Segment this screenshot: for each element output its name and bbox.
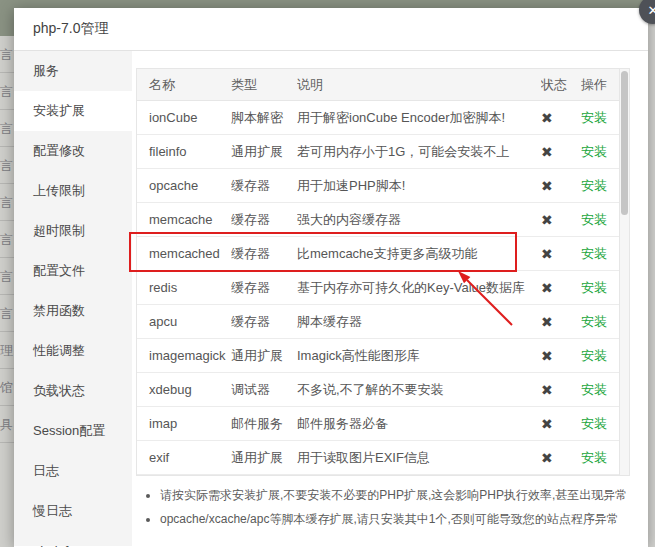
extension-description: Imagick高性能图形库 — [297, 347, 541, 365]
table-row-redis: redis 缓存器 基于内存亦可持久化的Key-Value数据库 ✖ 安装 — [137, 271, 629, 305]
extension-description: 强大的内容缓存器 — [297, 211, 541, 229]
sidebar-item-config-modify[interactable]: 配置修改 — [14, 131, 132, 171]
extension-name: imap — [137, 416, 231, 431]
column-header-status: 状态 — [541, 76, 581, 94]
column-header-type: 类型 — [231, 76, 297, 94]
extension-description: 用于解密ionCube Encoder加密脚本! — [297, 109, 541, 127]
extension-type: 缓存器 — [231, 245, 297, 263]
background-page-menu-strip: 言 言 言 言 言 言 言 言 理 馆 具 — [0, 36, 14, 547]
extension-type: 调试器 — [231, 381, 297, 399]
background-menu-fragment: 言 — [0, 73, 14, 110]
background-menu-fragment: 言 — [0, 258, 14, 295]
extension-name: ionCube — [137, 110, 231, 125]
background-menu-fragment: 理 — [0, 332, 14, 369]
table-row-imap: imap 邮件服务 邮件服务器必备 ✖ 安装 — [137, 407, 629, 441]
sidebar-item-load-status[interactable]: 负载状态 — [14, 371, 132, 411]
background-menu-fragment: 言 — [0, 147, 14, 184]
table-scrollbar[interactable] — [619, 69, 629, 475]
install-button[interactable]: 安装 — [581, 280, 607, 295]
install-button[interactable]: 安装 — [581, 382, 607, 397]
table-row-exif: exif 通用扩展 用于读取图片EXIF信息 ✖ 安装 — [137, 441, 629, 475]
extension-name: imagemagick — [137, 348, 231, 363]
table-row-memcached: memcached 缓存器 比memcache支持更多高级功能 ✖ 安装 — [137, 237, 629, 271]
sidebar-item-timeout-limit[interactable]: 超时限制 — [14, 211, 132, 251]
sidebar-item-upload-limit[interactable]: 上传限制 — [14, 171, 132, 211]
sidebar-item-install-extensions[interactable]: 安装扩展 — [14, 91, 132, 131]
column-header-description: 说明 — [297, 76, 541, 94]
sidebar-item-config-file[interactable]: 配置文件 — [14, 251, 132, 291]
table-row-xdebug: xdebug 调试器 不多说,不了解的不要安装 ✖ 安装 — [137, 373, 629, 407]
extension-name: apcu — [137, 314, 231, 329]
extension-description: 用于加速PHP脚本! — [297, 177, 541, 195]
not-installed-icon: ✖ — [541, 450, 553, 466]
install-button[interactable]: 安装 — [581, 348, 607, 363]
extension-type: 缓存器 — [231, 177, 297, 195]
background-menu-fragment: 具 — [0, 406, 14, 443]
php-manager-dialog: ✕ php-7.0管理 服务 安装扩展 配置修改 上传限制 超时限制 配置文件 … — [14, 8, 648, 547]
background-menu-fragment: 馆 — [0, 369, 14, 406]
not-installed-icon: ✖ — [541, 348, 553, 364]
background-menu-fragment: 言 — [0, 36, 14, 73]
extension-description: 比memcache支持更多高级功能 — [297, 245, 541, 263]
install-button[interactable]: 安装 — [581, 416, 607, 431]
extension-type: 缓存器 — [231, 313, 297, 331]
not-installed-icon: ✖ — [541, 178, 553, 194]
dialog-sidebar: 服务 安装扩展 配置修改 上传限制 超时限制 配置文件 禁用函数 性能调整 负载… — [14, 51, 132, 546]
install-button[interactable]: 安装 — [581, 144, 607, 159]
not-installed-icon: ✖ — [541, 144, 553, 160]
install-button[interactable]: 安装 — [581, 450, 607, 465]
not-installed-icon: ✖ — [541, 110, 553, 126]
extension-name: redis — [137, 280, 231, 295]
sidebar-item-slow-log[interactable]: 慢日志 — [14, 491, 132, 531]
sidebar-item-log[interactable]: 日志 — [14, 451, 132, 491]
background-menu-fragment: 言 — [0, 295, 14, 332]
extensions-panel: 名称 类型 说明 状态 操作 ionCube 脚本解密 用于解密ionCube … — [132, 51, 648, 546]
extensions-table: 名称 类型 说明 状态 操作 ionCube 脚本解密 用于解密ionCube … — [136, 68, 630, 476]
extension-description: 用于读取图片EXIF信息 — [297, 449, 541, 467]
sidebar-item-service[interactable]: 服务 — [14, 51, 132, 91]
extension-name: exif — [137, 450, 231, 465]
install-button[interactable]: 安装 — [581, 178, 607, 193]
install-notes: 请按实际需求安装扩展,不要安装不必要的PHP扩展,这会影响PHP执行效率,甚至出… — [142, 483, 642, 531]
extension-type: 通用扩展 — [231, 449, 297, 467]
not-installed-icon: ✖ — [541, 246, 553, 262]
screen: 言 言 言 言 言 言 言 言 理 馆 具 ✕ php-7.0管理 服务 安装扩… — [0, 0, 655, 547]
install-button[interactable]: 安装 — [581, 246, 607, 261]
sidebar-item-session-config[interactable]: Session配置 — [14, 411, 132, 451]
table-header-row: 名称 类型 说明 状态 操作 — [137, 69, 629, 101]
install-button[interactable]: 安装 — [581, 110, 607, 125]
extension-type: 缓存器 — [231, 279, 297, 297]
not-installed-icon: ✖ — [541, 212, 553, 228]
sidebar-item-disabled-functions[interactable]: 禁用函数 — [14, 291, 132, 331]
dialog-titlebar: php-7.0管理 — [14, 8, 648, 51]
extension-name: memcache — [137, 212, 231, 227]
not-installed-icon: ✖ — [541, 416, 553, 432]
extension-description: 脚本缓存器 — [297, 313, 541, 331]
not-installed-icon: ✖ — [541, 314, 553, 330]
background-menu-fragment: 言 — [0, 221, 14, 258]
table-row-opcache: opcache 缓存器 用于加速PHP脚本! ✖ 安装 — [137, 169, 629, 203]
extension-description: 若可用内存小于1G，可能会安装不上 — [297, 143, 541, 161]
extension-type: 通用扩展 — [231, 347, 297, 365]
table-row-apcu: apcu 缓存器 脚本缓存器 ✖ 安装 — [137, 305, 629, 339]
table-row-imagemagick: imagemagick 通用扩展 Imagick高性能图形库 ✖ 安装 — [137, 339, 629, 373]
install-button[interactable]: 安装 — [581, 212, 607, 227]
note-item: 请按实际需求安装扩展,不要安装不必要的PHP扩展,这会影响PHP执行效率,甚至出… — [160, 483, 642, 507]
extension-name: memcached — [137, 246, 231, 261]
close-icon: ✕ — [648, 3, 655, 18]
background-page-right-edge — [648, 20, 655, 547]
background-menu-fragment: 言 — [0, 110, 14, 147]
extension-name: opcache — [137, 178, 231, 193]
scrollbar-thumb[interactable] — [621, 71, 628, 215]
background-menu-fragment: 言 — [0, 184, 14, 221]
extension-name: fileinfo — [137, 144, 231, 159]
note-item: opcache/xcache/apc等脚本缓存扩展,请只安装其中1个,否则可能导… — [160, 507, 642, 531]
extension-description: 基于内存亦可持久化的Key-Value数据库 — [297, 279, 541, 297]
install-button[interactable]: 安装 — [581, 314, 607, 329]
column-header-name: 名称 — [137, 76, 231, 94]
dialog-title: php-7.0管理 — [33, 20, 108, 38]
extension-description: 不多说,不了解的不要安装 — [297, 381, 541, 399]
not-installed-icon: ✖ — [541, 382, 553, 398]
sidebar-item-performance[interactable]: 性能调整 — [14, 331, 132, 371]
sidebar-item-phpinfo[interactable]: phpinfo — [14, 531, 132, 547]
